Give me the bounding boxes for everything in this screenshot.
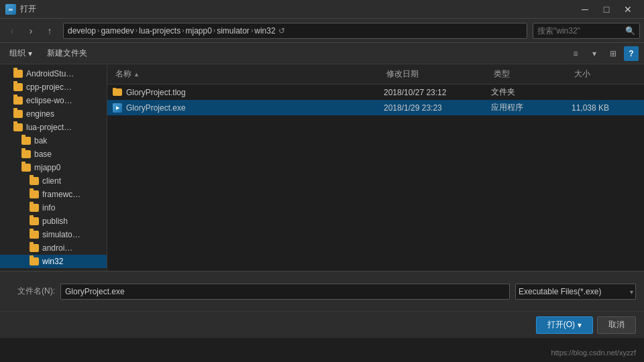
sidebar-item-label: mjapp0 (34, 163, 60, 172)
folder-icon (113, 88, 122, 96)
folder-icon (30, 217, 39, 225)
sidebar-item-lua-projects[interactable]: lua-project… (0, 121, 107, 134)
chevron-down-icon: ▾ (28, 49, 32, 58)
file-name-cell: ▶ GloryProject.exe (113, 103, 384, 113)
file-row-tlog[interactable]: GloryProject.tlog 2018/10/27 23:12 文件夹 (107, 84, 644, 100)
sidebar-item-label: cpp-projec… (26, 82, 72, 92)
sidebar-item-framework[interactable]: framewc… (0, 188, 107, 201)
folder-icon (21, 150, 31, 158)
folder-icon (30, 257, 39, 265)
folder-icon (30, 231, 39, 239)
sidebar-item-label: eclipse-wo… (26, 96, 72, 105)
sidebar-item-win32[interactable]: win32 (0, 255, 107, 268)
file-list-header: 名称 ▲ 修改日期 类型 大小 (107, 64, 644, 84)
folder-icon (13, 83, 23, 91)
main-content: AndroidStu… cpp-projec… eclipse-wo… engi… (0, 64, 644, 271)
folder-icon (13, 97, 23, 105)
filename-label: 文件名(N): (8, 286, 55, 297)
cancel-button[interactable]: 取消 (597, 316, 636, 334)
up-button[interactable]: ↑ (42, 23, 58, 39)
organize-label: 组织 (9, 48, 25, 59)
sidebar-item-bak[interactable]: bak (0, 134, 107, 147)
search-bar[interactable]: 🔍 (533, 23, 640, 39)
view-controls: ≡ ▾ ⊞ ? (568, 46, 639, 62)
maximize-button[interactable]: □ (596, 0, 617, 19)
search-icon[interactable]: 🔍 (625, 26, 635, 36)
folder-icon (13, 123, 23, 131)
window-title: 打开 (20, 3, 574, 15)
breadcrumb-item: lua-projects (139, 26, 180, 36)
breadcrumb-item: gamedev (101, 26, 133, 36)
sidebar-item-label: framewc… (42, 190, 80, 199)
sidebar-item-info[interactable]: info (0, 201, 107, 215)
sidebar-item-label: androi… (42, 243, 72, 253)
sidebar-item-android[interactable]: androi… (0, 241, 107, 255)
nav-toolbar: ‹ › ↑ develop › gamedev › lua-projects ›… (0, 19, 644, 43)
sidebar-item-label: publish (42, 217, 68, 226)
folder-icon (13, 70, 23, 78)
search-input[interactable] (537, 26, 625, 36)
sidebar-item-label: base (34, 149, 52, 159)
sidebar-item[interactable]: cpp-projec… (0, 80, 107, 94)
sidebar-item[interactable]: engines (0, 107, 107, 121)
sidebar-item-label: win32 (42, 257, 63, 266)
address-bar[interactable]: develop › gamedev › lua-projects › mjapp… (63, 23, 527, 39)
watermark: https://blog.csdn.net/xyzzf (551, 349, 636, 357)
view-tiles-button[interactable]: ⊞ (605, 46, 621, 62)
col-type-header[interactable]: 类型 (491, 67, 572, 81)
sidebar-item-base[interactable]: base (0, 147, 107, 161)
sidebar-item-label: lua-project… (26, 123, 72, 132)
sort-arrow: ▲ (133, 71, 140, 78)
title-bar: ∞ 打开 ─ □ ✕ (0, 0, 644, 19)
refresh-button[interactable]: ↺ (278, 26, 285, 36)
breadcrumb: develop › gamedev › lua-projects › mjapp… (68, 26, 276, 36)
file-row-exe[interactable]: ▶ GloryProject.exe 2018/1/29 23:23 应用程序 … (107, 100, 644, 115)
file-list: 名称 ▲ 修改日期 类型 大小 GloryProject.tlog 2018/1… (107, 64, 644, 271)
breadcrumb-item: develop (68, 26, 96, 36)
folder-icon (30, 190, 39, 198)
col-date-header[interactable]: 修改日期 (384, 67, 491, 81)
minimize-button[interactable]: ─ (574, 0, 596, 19)
breadcrumb-item: win32 (254, 26, 275, 36)
sidebar-item-label: bak (34, 136, 47, 145)
sidebar-item-label: simulato… (42, 230, 80, 239)
sidebar-item[interactable]: AndroidStu… (0, 67, 107, 80)
filename-input[interactable] (60, 284, 510, 300)
sidebar-item-mjapp0[interactable]: mjapp0 (0, 161, 107, 174)
col-size-header[interactable]: 大小 (572, 67, 639, 81)
filetype-wrapper: Executable Files(*.exe) All Files (*.*) … (515, 284, 636, 300)
window-controls: ─ □ ✕ (574, 0, 639, 19)
sidebar-item-publish[interactable]: publish (0, 215, 107, 228)
filename-row: 文件名(N): Executable Files(*.exe) All File… (8, 284, 636, 300)
action-bar: 打开(O) ▾ 取消 (0, 311, 644, 338)
breadcrumb-item: simulator (217, 26, 250, 36)
new-folder-button[interactable]: 新建文件夹 (42, 46, 93, 61)
help-button[interactable]: ? (624, 46, 639, 61)
close-button[interactable]: ✕ (617, 0, 639, 19)
folder-icon (30, 177, 39, 185)
folder-icon (21, 164, 31, 172)
folder-tree: AndroidStu… cpp-projec… eclipse-wo… engi… (0, 64, 107, 271)
sidebar-item-client[interactable]: client (0, 174, 107, 188)
sidebar-item-label: engines (26, 109, 54, 119)
sidebar-item-label: client (42, 176, 61, 186)
folder-icon (21, 137, 31, 145)
filetype-select[interactable]: Executable Files(*.exe) All Files (*.*) (515, 284, 636, 300)
folder-icon (30, 244, 39, 252)
breadcrumb-item: mjapp0 (185, 26, 211, 36)
sidebar-item-label: AndroidStu… (26, 69, 74, 78)
exe-icon: ▶ (113, 103, 122, 113)
file-name-cell: GloryProject.tlog (113, 88, 384, 97)
organize-button[interactable]: 组织 ▾ (5, 46, 36, 61)
view-list-button[interactable]: ≡ (568, 46, 584, 62)
back-button[interactable]: ‹ (4, 23, 20, 39)
dropdown-arrow-icon: ▾ (578, 320, 582, 330)
forward-button[interactable]: › (23, 23, 39, 39)
view-details-dropdown[interactable]: ▾ (586, 46, 602, 62)
open-button[interactable]: 打开(O) ▾ (536, 316, 593, 334)
folder-icon (13, 110, 23, 118)
col-name-header[interactable]: 名称 ▲ (113, 67, 384, 81)
sidebar-item-label: info (42, 203, 55, 213)
sidebar-item-simulator[interactable]: simulato… (0, 228, 107, 241)
sidebar-item[interactable]: eclipse-wo… (0, 94, 107, 107)
